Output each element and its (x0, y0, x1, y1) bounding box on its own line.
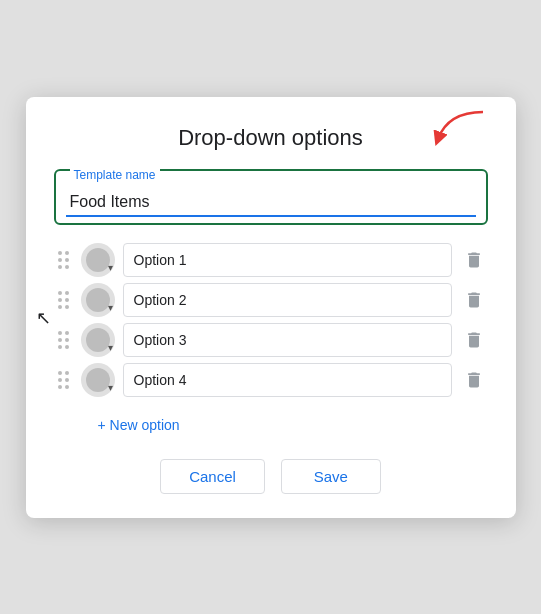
dialog-footer: Cancel Save (54, 459, 488, 494)
chevron-down-icon: ▾ (108, 382, 113, 393)
table-row: ▾ (54, 323, 488, 357)
save-button[interactable]: Save (281, 459, 381, 494)
dropdown-options-dialog: ↖ Drop-down options Template name ▾ (26, 97, 516, 518)
delete-button[interactable] (460, 286, 488, 314)
delete-button[interactable] (460, 366, 488, 394)
drag-handle[interactable] (54, 249, 73, 271)
options-list: ▾ ▾ (54, 243, 488, 397)
chevron-down-icon: ▾ (108, 262, 113, 273)
delete-button[interactable] (460, 326, 488, 354)
color-picker-button[interactable]: ▾ (81, 363, 115, 397)
arrow-indicator (428, 107, 488, 151)
chevron-down-icon: ▾ (108, 342, 113, 353)
add-option-label: + New option (98, 417, 180, 433)
option-input[interactable] (123, 243, 452, 277)
dialog-title: Drop-down options (54, 125, 488, 151)
cursor-icon: ↖ (36, 307, 51, 329)
color-circle (86, 328, 110, 352)
trash-icon (464, 330, 484, 350)
cancel-button[interactable]: Cancel (160, 459, 265, 494)
color-picker-button[interactable]: ▾ (81, 243, 115, 277)
add-option-button[interactable]: + New option (54, 409, 180, 441)
color-picker-button[interactable]: ▾ (81, 283, 115, 317)
option-input[interactable] (123, 323, 452, 357)
table-row: ▾ (54, 283, 488, 317)
color-circle (86, 248, 110, 272)
delete-button[interactable] (460, 246, 488, 274)
drag-handle[interactable] (54, 329, 73, 351)
option-input[interactable] (123, 283, 452, 317)
table-row: ▾ (54, 243, 488, 277)
template-name-label: Template name (70, 168, 160, 182)
template-name-input[interactable] (66, 191, 476, 217)
trash-icon (464, 370, 484, 390)
option-input[interactable] (123, 363, 452, 397)
color-circle (86, 368, 110, 392)
drag-handle[interactable] (54, 289, 73, 311)
template-name-wrapper: Template name (54, 169, 488, 225)
color-picker-button[interactable]: ▾ (81, 323, 115, 357)
color-circle (86, 288, 110, 312)
trash-icon (464, 290, 484, 310)
chevron-down-icon: ▾ (108, 302, 113, 313)
table-row: ▾ (54, 363, 488, 397)
drag-handle[interactable] (54, 369, 73, 391)
trash-icon (464, 250, 484, 270)
